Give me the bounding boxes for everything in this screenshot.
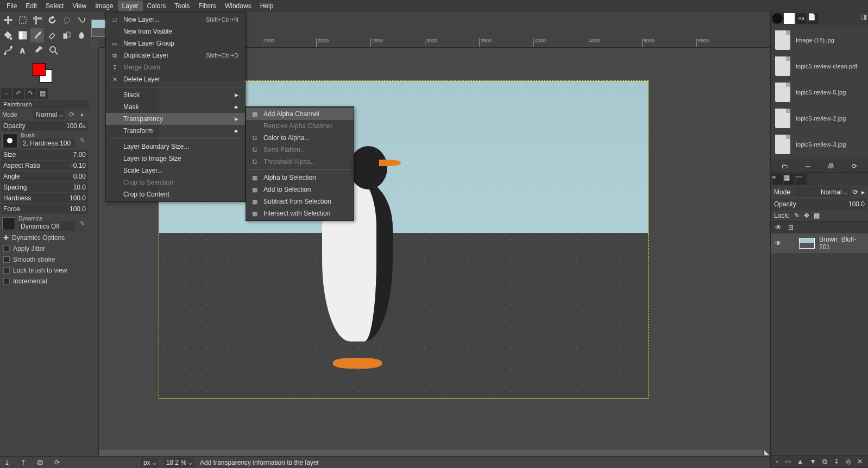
rect-select-tool[interactable]	[16, 13, 29, 27]
menu-item-new-from-visible[interactable]: New from Visible	[106, 26, 245, 37]
channels-tab[interactable]: ▦	[784, 174, 795, 185]
menu-edit[interactable]: Edit	[21, 1, 41, 11]
paths-tab[interactable]: 〰	[796, 174, 807, 185]
unit-select[interactable]: px ⌵	[141, 458, 159, 467]
menu-colors[interactable]: Colors	[143, 1, 171, 11]
configure-tab-icon[interactable]: ◨	[861, 13, 867, 24]
bucket-fill-tool[interactable]	[1, 28, 15, 42]
layer-item[interactable]: 👁 Brown_Bluff-201	[771, 233, 868, 253]
delete-options-icon[interactable]: ⮿	[37, 459, 43, 466]
menu-item-duplicate-layer[interactable]: ⧉Duplicate LayerShift+Ctrl+D	[106, 49, 245, 61]
brushes-tab[interactable]	[772, 13, 783, 24]
raise-layer-icon[interactable]: ▲	[797, 458, 803, 465]
fonts-tab[interactable]: Aa	[796, 13, 807, 24]
remove-file-icon[interactable]: ─	[806, 162, 810, 170]
mask-layer-icon[interactable]: ◎	[846, 458, 851, 465]
menu-windows[interactable]: Windows	[221, 1, 256, 11]
layer-name[interactable]: Brown_Bluff-201	[819, 236, 865, 251]
delete-layer-icon[interactable]: ✕	[857, 458, 863, 465]
spacing-slider[interactable]: Spacing10.0	[1, 182, 88, 192]
undo-history-tab[interactable]: ↷	[25, 88, 36, 99]
rotate-tool[interactable]	[45, 13, 59, 27]
brush-edit-icon[interactable]: ✎	[78, 136, 87, 145]
lock-pixels-icon[interactable]: ✎	[794, 212, 800, 219]
clone-tool[interactable]	[60, 28, 73, 42]
dynamics-preview[interactable]	[2, 217, 15, 230]
menu-item-layer-to-image-size[interactable]: Layer to Image Size	[106, 153, 245, 165]
menu-select[interactable]: Select	[41, 1, 68, 11]
free-select-tool[interactable]	[60, 13, 73, 27]
layer-visibility-icon[interactable]: 👁	[774, 239, 782, 247]
menu-item-stack[interactable]: Stack▶	[106, 89, 245, 101]
menu-item-mask[interactable]: Mask▶	[106, 101, 245, 113]
menu-item-crop-to-content[interactable]: Crop to Content	[106, 188, 245, 200]
eraser-tool[interactable]	[45, 28, 59, 42]
mode-select[interactable]: Normal⌵	[34, 110, 65, 119]
warp-tool[interactable]	[74, 13, 88, 27]
menu-image[interactable]: Image	[91, 1, 117, 11]
lock-alpha-icon[interactable]: ▩	[814, 212, 820, 219]
file-item[interactable]: topic5-review-2.jpg	[773, 105, 866, 131]
print-icon[interactable]: 🖶	[828, 162, 834, 170]
aspect-slider[interactable]: Aspect Ratio-0.10	[1, 161, 88, 170]
menu-filters[interactable]: Filters	[194, 1, 221, 11]
menu-item-new-layer-group[interactable]: ▭New Layer Group	[106, 37, 245, 49]
layer-mode-select[interactable]: Normal ⌵	[794, 187, 850, 197]
layers-tab[interactable]: ≡	[772, 174, 783, 185]
force-slider[interactable]: Force100.0	[1, 204, 88, 214]
crop-tool[interactable]	[30, 13, 44, 27]
incremental-checkbox[interactable]: Incremental	[0, 276, 89, 287]
apply-jitter-checkbox[interactable]: Apply Jitter	[0, 243, 89, 254]
file-item[interactable]: topic5-review-5.jpg	[773, 79, 866, 105]
menu-item-new-layer[interactable]: □New Layer...Shift+Ctrl+N	[106, 14, 245, 26]
smudge-tool[interactable]	[74, 28, 88, 42]
menu-item-add-alpha-channel[interactable]: ▩Add Alpha Channel	[246, 108, 354, 120]
save-options-icon[interactable]: ⤓	[4, 459, 10, 466]
brush-preview[interactable]	[2, 133, 17, 148]
dynamics-options-expander[interactable]: ✚Dynamics Options	[0, 232, 89, 243]
menu-item-alpha-to-selection[interactable]: ▦Alpha to Selection	[246, 172, 354, 184]
mode-menu-icon[interactable]: ▸	[78, 110, 87, 119]
gradient-tool[interactable]	[16, 28, 29, 42]
move-tool[interactable]	[1, 13, 15, 27]
color-swatches[interactable]	[33, 63, 54, 85]
mode-reset-icon[interactable]: ⟳	[67, 110, 76, 119]
brush-select[interactable]: 2. Hardness 100	[21, 138, 75, 148]
reset-options-icon[interactable]: ⟳	[54, 459, 60, 466]
dynamics-select[interactable]: Dynamics Off	[18, 222, 75, 231]
layer-opacity-slider[interactable]: Opacity100.0	[772, 199, 867, 209]
images-tab[interactable]: ▦	[37, 88, 48, 99]
layer-thumbnail[interactable]	[799, 238, 815, 249]
horizontal-scrollbar[interactable]	[99, 450, 763, 456]
menu-item-intersect-with-selection[interactable]: ▦Intersect with Selection	[246, 207, 354, 219]
text-tool[interactable]: A	[16, 43, 30, 58]
file-item[interactable]: topic5-review-clean.pdf	[773, 53, 866, 79]
menu-view[interactable]: View	[68, 1, 91, 11]
size-slider[interactable]: Size7.00	[1, 150, 88, 160]
smooth-stroke-checkbox[interactable]: Smooth stroke	[0, 254, 89, 265]
zoom-tool[interactable]	[47, 43, 61, 58]
lock-brush-checkbox[interactable]: Lock brush to view	[0, 265, 89, 276]
paintbrush-tool[interactable]	[30, 28, 44, 42]
hardness-slider[interactable]: Hardness100.0	[1, 193, 88, 203]
file-item[interactable]: Image (18).jpg	[773, 27, 866, 53]
patterns-tab[interactable]	[784, 13, 795, 24]
menu-item-color-to-alpha[interactable]: GColor to Alpha...	[246, 132, 354, 144]
path-tool[interactable]	[1, 43, 15, 58]
zoom-select[interactable]: 18.2 % ⌵	[164, 458, 194, 467]
lock-position-icon[interactable]: ✥	[804, 212, 809, 219]
menu-item-add-to-selection[interactable]: ▦Add to Selection	[246, 184, 354, 195]
tool-options-tab[interactable]: ▫	[1, 88, 12, 99]
menu-item-layer-boundary-size[interactable]: Layer Boundary Size...	[106, 141, 245, 153]
menu-tools[interactable]: Tools	[170, 1, 194, 11]
layer-mode-menu-icon[interactable]: ▸	[861, 188, 865, 196]
menu-file[interactable]: File	[2, 1, 21, 11]
angle-slider[interactable]: Angle0.00	[1, 172, 88, 181]
menu-item-subtract-from-selection[interactable]: ▦Subtract from Selection	[246, 195, 354, 207]
refresh-icon[interactable]: ⟳	[852, 162, 857, 170]
new-group-icon[interactable]: ▭	[785, 458, 791, 465]
menu-item-scale-layer[interactable]: Scale Layer...	[106, 165, 245, 176]
layer-mode-reset-icon[interactable]: ⟳	[853, 188, 858, 196]
file-item[interactable]: topic5-review-3.jpg	[773, 131, 866, 157]
menu-layer[interactable]: Layer	[118, 1, 143, 11]
